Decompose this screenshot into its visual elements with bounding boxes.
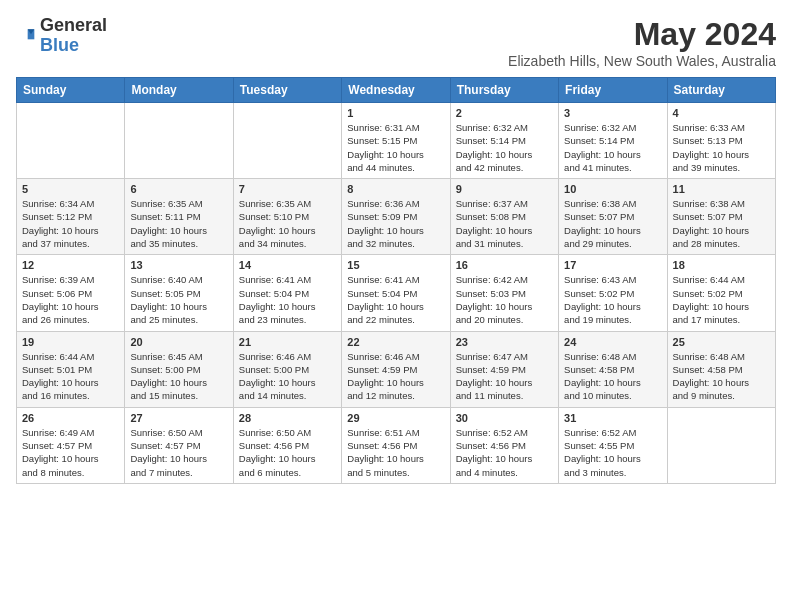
day-info: Sunrise: 6:35 AMSunset: 5:10 PMDaylight:…: [239, 197, 336, 250]
day-number: 26: [22, 412, 119, 424]
day-number: 18: [673, 259, 770, 271]
calendar-week-row: 26Sunrise: 6:49 AMSunset: 4:57 PMDayligh…: [17, 407, 776, 483]
day-number: 27: [130, 412, 227, 424]
day-info: Sunrise: 6:32 AMSunset: 5:14 PMDaylight:…: [564, 121, 661, 174]
calendar-header-tuesday: Tuesday: [233, 78, 341, 103]
calendar-cell: 30Sunrise: 6:52 AMSunset: 4:56 PMDayligh…: [450, 407, 558, 483]
day-info: Sunrise: 6:51 AMSunset: 4:56 PMDaylight:…: [347, 426, 444, 479]
day-info: Sunrise: 6:31 AMSunset: 5:15 PMDaylight:…: [347, 121, 444, 174]
calendar-header-friday: Friday: [559, 78, 667, 103]
day-info: Sunrise: 6:48 AMSunset: 4:58 PMDaylight:…: [564, 350, 661, 403]
calendar-cell: 16Sunrise: 6:42 AMSunset: 5:03 PMDayligh…: [450, 255, 558, 331]
calendar-header-saturday: Saturday: [667, 78, 775, 103]
calendar-cell: 22Sunrise: 6:46 AMSunset: 4:59 PMDayligh…: [342, 331, 450, 407]
day-info: Sunrise: 6:52 AMSunset: 4:55 PMDaylight:…: [564, 426, 661, 479]
calendar-table: SundayMondayTuesdayWednesdayThursdayFrid…: [16, 77, 776, 484]
location-title: Elizabeth Hills, New South Wales, Austra…: [508, 53, 776, 69]
day-number: 22: [347, 336, 444, 348]
calendar-cell: 10Sunrise: 6:38 AMSunset: 5:07 PMDayligh…: [559, 179, 667, 255]
day-number: 15: [347, 259, 444, 271]
day-info: Sunrise: 6:32 AMSunset: 5:14 PMDaylight:…: [456, 121, 553, 174]
logo: General Blue: [16, 16, 107, 56]
calendar-cell: 14Sunrise: 6:41 AMSunset: 5:04 PMDayligh…: [233, 255, 341, 331]
calendar-cell: 21Sunrise: 6:46 AMSunset: 5:00 PMDayligh…: [233, 331, 341, 407]
day-number: 2: [456, 107, 553, 119]
day-info: Sunrise: 6:35 AMSunset: 5:11 PMDaylight:…: [130, 197, 227, 250]
day-number: 12: [22, 259, 119, 271]
calendar-cell: 12Sunrise: 6:39 AMSunset: 5:06 PMDayligh…: [17, 255, 125, 331]
title-area: May 2024 Elizabeth Hills, New South Wale…: [508, 16, 776, 69]
day-info: Sunrise: 6:48 AMSunset: 4:58 PMDaylight:…: [673, 350, 770, 403]
day-number: 21: [239, 336, 336, 348]
day-info: Sunrise: 6:50 AMSunset: 4:56 PMDaylight:…: [239, 426, 336, 479]
day-number: 24: [564, 336, 661, 348]
day-number: 20: [130, 336, 227, 348]
day-info: Sunrise: 6:47 AMSunset: 4:59 PMDaylight:…: [456, 350, 553, 403]
calendar-cell: 29Sunrise: 6:51 AMSunset: 4:56 PMDayligh…: [342, 407, 450, 483]
day-number: 30: [456, 412, 553, 424]
calendar-week-row: 5Sunrise: 6:34 AMSunset: 5:12 PMDaylight…: [17, 179, 776, 255]
day-number: 8: [347, 183, 444, 195]
logo-general-text: General: [40, 15, 107, 35]
calendar-cell: 25Sunrise: 6:48 AMSunset: 4:58 PMDayligh…: [667, 331, 775, 407]
calendar-cell: [233, 103, 341, 179]
day-info: Sunrise: 6:43 AMSunset: 5:02 PMDaylight:…: [564, 273, 661, 326]
calendar-cell: 8Sunrise: 6:36 AMSunset: 5:09 PMDaylight…: [342, 179, 450, 255]
day-number: 1: [347, 107, 444, 119]
calendar-week-row: 19Sunrise: 6:44 AMSunset: 5:01 PMDayligh…: [17, 331, 776, 407]
calendar-cell: 26Sunrise: 6:49 AMSunset: 4:57 PMDayligh…: [17, 407, 125, 483]
day-number: 9: [456, 183, 553, 195]
day-info: Sunrise: 6:50 AMSunset: 4:57 PMDaylight:…: [130, 426, 227, 479]
page-header: General Blue May 2024 Elizabeth Hills, N…: [16, 16, 776, 69]
day-info: Sunrise: 6:41 AMSunset: 5:04 PMDaylight:…: [347, 273, 444, 326]
calendar-cell: [125, 103, 233, 179]
calendar-cell: 13Sunrise: 6:40 AMSunset: 5:05 PMDayligh…: [125, 255, 233, 331]
day-info: Sunrise: 6:37 AMSunset: 5:08 PMDaylight:…: [456, 197, 553, 250]
day-info: Sunrise: 6:36 AMSunset: 5:09 PMDaylight:…: [347, 197, 444, 250]
calendar-cell: 9Sunrise: 6:37 AMSunset: 5:08 PMDaylight…: [450, 179, 558, 255]
calendar-cell: [667, 407, 775, 483]
calendar-header-sunday: Sunday: [17, 78, 125, 103]
calendar-cell: 20Sunrise: 6:45 AMSunset: 5:00 PMDayligh…: [125, 331, 233, 407]
day-number: 25: [673, 336, 770, 348]
day-info: Sunrise: 6:33 AMSunset: 5:13 PMDaylight:…: [673, 121, 770, 174]
day-info: Sunrise: 6:45 AMSunset: 5:00 PMDaylight:…: [130, 350, 227, 403]
day-number: 5: [22, 183, 119, 195]
logo-icon: [16, 26, 36, 46]
day-number: 13: [130, 259, 227, 271]
logo-blue-text: Blue: [40, 35, 79, 55]
day-number: 19: [22, 336, 119, 348]
day-number: 6: [130, 183, 227, 195]
day-info: Sunrise: 6:39 AMSunset: 5:06 PMDaylight:…: [22, 273, 119, 326]
day-info: Sunrise: 6:46 AMSunset: 5:00 PMDaylight:…: [239, 350, 336, 403]
calendar-cell: 4Sunrise: 6:33 AMSunset: 5:13 PMDaylight…: [667, 103, 775, 179]
calendar-cell: 3Sunrise: 6:32 AMSunset: 5:14 PMDaylight…: [559, 103, 667, 179]
day-number: 17: [564, 259, 661, 271]
day-info: Sunrise: 6:41 AMSunset: 5:04 PMDaylight:…: [239, 273, 336, 326]
day-info: Sunrise: 6:40 AMSunset: 5:05 PMDaylight:…: [130, 273, 227, 326]
calendar-week-row: 12Sunrise: 6:39 AMSunset: 5:06 PMDayligh…: [17, 255, 776, 331]
calendar-cell: 5Sunrise: 6:34 AMSunset: 5:12 PMDaylight…: [17, 179, 125, 255]
day-info: Sunrise: 6:46 AMSunset: 4:59 PMDaylight:…: [347, 350, 444, 403]
day-number: 16: [456, 259, 553, 271]
day-number: 4: [673, 107, 770, 119]
day-info: Sunrise: 6:34 AMSunset: 5:12 PMDaylight:…: [22, 197, 119, 250]
calendar-cell: 17Sunrise: 6:43 AMSunset: 5:02 PMDayligh…: [559, 255, 667, 331]
calendar-cell: 1Sunrise: 6:31 AMSunset: 5:15 PMDaylight…: [342, 103, 450, 179]
day-number: 23: [456, 336, 553, 348]
calendar-cell: 19Sunrise: 6:44 AMSunset: 5:01 PMDayligh…: [17, 331, 125, 407]
calendar-cell: [17, 103, 125, 179]
day-number: 10: [564, 183, 661, 195]
calendar-cell: 28Sunrise: 6:50 AMSunset: 4:56 PMDayligh…: [233, 407, 341, 483]
calendar-cell: 2Sunrise: 6:32 AMSunset: 5:14 PMDaylight…: [450, 103, 558, 179]
calendar-cell: 24Sunrise: 6:48 AMSunset: 4:58 PMDayligh…: [559, 331, 667, 407]
day-info: Sunrise: 6:38 AMSunset: 5:07 PMDaylight:…: [564, 197, 661, 250]
calendar-cell: 6Sunrise: 6:35 AMSunset: 5:11 PMDaylight…: [125, 179, 233, 255]
calendar-header-row: SundayMondayTuesdayWednesdayThursdayFrid…: [17, 78, 776, 103]
calendar-week-row: 1Sunrise: 6:31 AMSunset: 5:15 PMDaylight…: [17, 103, 776, 179]
calendar-header-thursday: Thursday: [450, 78, 558, 103]
calendar-cell: 27Sunrise: 6:50 AMSunset: 4:57 PMDayligh…: [125, 407, 233, 483]
day-number: 7: [239, 183, 336, 195]
day-number: 28: [239, 412, 336, 424]
calendar-cell: 11Sunrise: 6:38 AMSunset: 5:07 PMDayligh…: [667, 179, 775, 255]
